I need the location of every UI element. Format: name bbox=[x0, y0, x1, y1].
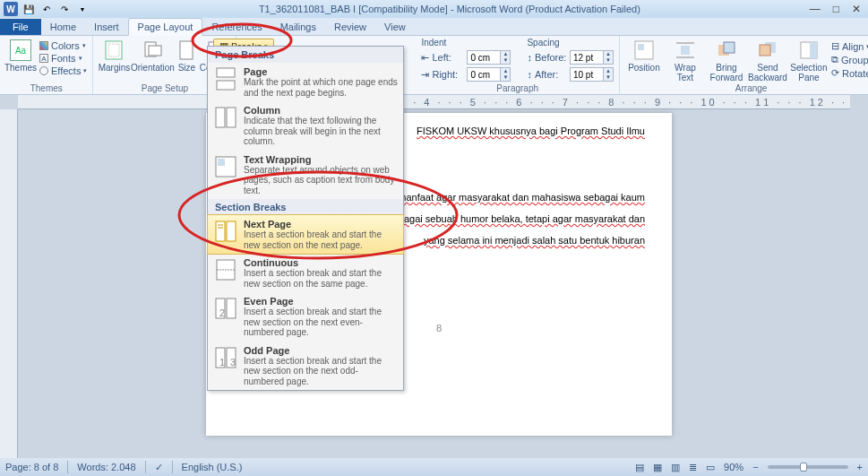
svg-rect-24 bbox=[216, 221, 225, 241]
effects-icon bbox=[39, 66, 48, 75]
indent-right-spinner[interactable]: ▲▼ bbox=[467, 67, 511, 82]
svg-rect-3 bbox=[149, 46, 161, 56]
break-page[interactable]: PageMark the point at which one page end… bbox=[208, 63, 403, 101]
tab-review[interactable]: Review bbox=[325, 19, 375, 35]
tab-references[interactable]: References bbox=[202, 19, 271, 35]
document-workspace: 2 · 1 · · · 1 · · · 2 · · · 3 · · · 4 · … bbox=[0, 95, 868, 458]
breaks-dropdown: Page Breaks PageMark the point at which … bbox=[207, 46, 404, 391]
zoom-slider[interactable] bbox=[768, 465, 848, 469]
break-odd-page[interactable]: 13 Odd PageInsert a section break and st… bbox=[208, 342, 403, 391]
svg-rect-23 bbox=[218, 159, 225, 166]
even-page-break-icon: 2 bbox=[213, 296, 238, 321]
break-text-wrapping[interactable]: Text WrappingSeparate text around object… bbox=[208, 151, 403, 200]
save-icon[interactable]: 💾 bbox=[21, 2, 36, 16]
orientation-button[interactable]: Orientation bbox=[133, 38, 172, 73]
position-button[interactable]: Position bbox=[625, 38, 663, 73]
svg-rect-21 bbox=[227, 108, 236, 127]
view-draft-icon[interactable]: ▭ bbox=[706, 462, 715, 473]
spacing-before-spinner[interactable]: ▲▼ bbox=[570, 50, 614, 65]
indent-left-spinner[interactable]: ▲▼ bbox=[467, 50, 511, 65]
next-page-break-icon bbox=[213, 219, 238, 244]
indent-label: Indent bbox=[421, 38, 511, 48]
zoom-out-button[interactable]: − bbox=[752, 462, 758, 472]
margins-button[interactable]: Margins bbox=[99, 38, 129, 73]
break-next-page[interactable]: Next PageInsert a section break and star… bbox=[207, 214, 404, 255]
themes-button[interactable]: Aa Themes bbox=[5, 38, 36, 73]
quick-access-toolbar: W 💾 ↶ ↷ ▼ bbox=[4, 2, 90, 16]
break-even-page[interactable]: 2 Even PageInsert a section break and st… bbox=[208, 292, 403, 342]
align-icon: ⊟ bbox=[831, 40, 839, 52]
status-language[interactable]: English (U.S.) bbox=[182, 462, 243, 472]
horizontal-ruler[interactable]: 2 · 1 · · · 1 · · · 2 · · · 3 · · · 4 · … bbox=[18, 95, 850, 109]
svg-rect-8 bbox=[638, 44, 644, 50]
bring-forward-icon bbox=[716, 39, 737, 61]
spacing-after-spinner[interactable]: ▲▼ bbox=[570, 67, 614, 82]
qat-more-icon[interactable]: ▼ bbox=[75, 2, 90, 16]
group-icon: ⧉ bbox=[831, 54, 838, 65]
break-column[interactable]: ColumnIndicate that the text following t… bbox=[208, 101, 403, 151]
group-button[interactable]: ⧉Group▾ bbox=[831, 54, 868, 65]
svg-text:2: 2 bbox=[219, 307, 225, 318]
break-continuous[interactable]: ContinuousInsert a section break and sta… bbox=[208, 254, 403, 292]
indent-left-icon: ⇤ bbox=[421, 52, 429, 64]
size-button[interactable]: Size bbox=[176, 38, 197, 73]
wrap-text-button[interactable]: Wrap Text bbox=[666, 38, 704, 82]
spacing-before-icon: ↕ bbox=[527, 52, 532, 63]
ribbon: Aa Themes Colors▾ AFonts▾ Effects▾ Theme… bbox=[0, 36, 868, 95]
vertical-ruler[interactable] bbox=[0, 109, 18, 458]
svg-rect-13 bbox=[724, 42, 735, 53]
view-print-layout-icon[interactable]: ▤ bbox=[635, 462, 644, 473]
status-proof-icon[interactable]: ✓ bbox=[155, 462, 163, 473]
theme-colors[interactable]: Colors▾ bbox=[39, 40, 87, 51]
group-paragraph: Indent ⇤Left: ▲▼ ⇥Right: ▲▼ Spacing ↕Bef… bbox=[416, 36, 620, 94]
undo-icon[interactable]: ↶ bbox=[39, 2, 54, 16]
minimize-button[interactable]: — bbox=[810, 3, 821, 15]
tab-file[interactable]: File bbox=[0, 19, 41, 35]
view-full-screen-icon[interactable]: ▦ bbox=[653, 462, 662, 473]
selection-pane-button[interactable]: Selection Pane bbox=[790, 38, 828, 82]
orientation-icon bbox=[142, 39, 163, 61]
statusbar: Page: 8 of 8 Words: 2.048 ✓ English (U.S… bbox=[0, 458, 868, 476]
tab-home[interactable]: Home bbox=[41, 19, 85, 35]
status-words[interactable]: Words: 2.048 bbox=[77, 462, 135, 472]
svg-rect-19 bbox=[217, 81, 235, 90]
restore-button[interactable]: □ bbox=[833, 3, 839, 15]
view-outline-icon[interactable]: ≣ bbox=[689, 462, 697, 473]
text-wrap-break-icon bbox=[213, 154, 238, 179]
zoom-in-button[interactable]: + bbox=[857, 462, 863, 472]
view-web-icon[interactable]: ▥ bbox=[671, 462, 680, 473]
tab-page-layout[interactable]: Page Layout bbox=[128, 18, 203, 36]
tab-view[interactable]: View bbox=[375, 19, 415, 35]
svg-rect-25 bbox=[227, 221, 236, 241]
titlebar: W 💾 ↶ ↷ ▼ T1_362011081_BAB I [Compatibil… bbox=[0, 0, 868, 18]
indent-right-icon: ⇥ bbox=[421, 69, 429, 81]
spacing-label: Spacing bbox=[527, 38, 614, 48]
margins-icon bbox=[103, 39, 125, 61]
column-break-icon bbox=[213, 105, 238, 130]
theme-effects[interactable]: Effects▾ bbox=[39, 65, 87, 76]
svg-rect-20 bbox=[216, 108, 225, 127]
window-controls: — □ ✕ bbox=[810, 3, 861, 15]
theme-fonts[interactable]: AFonts▾ bbox=[39, 53, 87, 64]
zoom-level[interactable]: 90% bbox=[724, 462, 743, 472]
svg-text:3: 3 bbox=[230, 357, 236, 368]
ribbon-tabs: File Home Insert Page Layout References … bbox=[0, 18, 868, 36]
svg-text:1: 1 bbox=[219, 357, 225, 368]
tab-insert[interactable]: Insert bbox=[85, 19, 128, 35]
selection-pane-icon bbox=[798, 39, 820, 61]
svg-rect-9 bbox=[681, 46, 690, 55]
close-button[interactable]: ✕ bbox=[852, 3, 861, 15]
page-break-icon bbox=[213, 66, 238, 91]
tab-mailings[interactable]: Mailings bbox=[271, 19, 325, 35]
wrap-text-icon bbox=[675, 39, 696, 61]
bring-forward-button[interactable]: Bring Forward bbox=[708, 38, 745, 82]
page-breaks-header: Page Breaks bbox=[208, 47, 403, 63]
section-breaks-header: Section Breaks bbox=[208, 199, 403, 215]
redo-icon[interactable]: ↷ bbox=[57, 2, 72, 16]
status-page[interactable]: Page: 8 of 8 bbox=[5, 462, 58, 472]
rotate-button[interactable]: ⟳Rotate▾ bbox=[831, 67, 868, 79]
align-button[interactable]: ⊟Align▾ bbox=[831, 40, 868, 52]
send-backward-button[interactable]: Send Backward bbox=[749, 38, 786, 82]
spacing-after-icon: ↕ bbox=[527, 69, 532, 80]
rotate-icon: ⟳ bbox=[831, 67, 839, 79]
